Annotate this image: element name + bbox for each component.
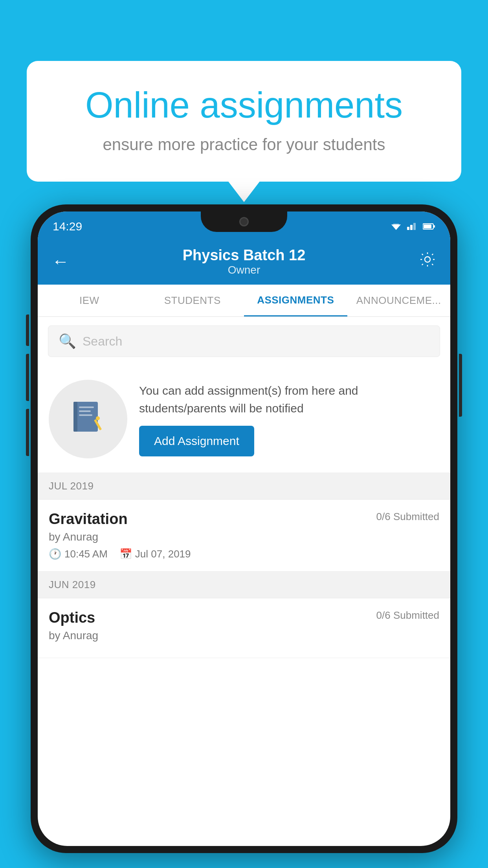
promo-subtitle: ensure more practice for your students <box>54 135 434 154</box>
clock-icon: 🕐 <box>49 548 61 560</box>
phone-side-button-right <box>459 354 462 417</box>
phone-screen: 14:29 <box>38 211 450 846</box>
tab-assignments[interactable]: ASSIGNMENTS <box>244 285 347 316</box>
assignment-date-gravitation: Jul 07, 2019 <box>135 548 191 560</box>
tab-iew-label: IEW <box>79 294 99 307</box>
svg-point-15 <box>96 416 100 420</box>
svg-rect-4 <box>413 223 416 230</box>
phone-side-button-1 <box>26 314 29 346</box>
front-camera <box>239 217 249 226</box>
svg-rect-13 <box>79 414 92 416</box>
status-icons <box>390 221 435 233</box>
phone-wrapper: 14:29 <box>31 204 457 853</box>
settings-button[interactable] <box>419 251 436 272</box>
assignment-submitted-gravitation: 0/6 Submitted <box>376 511 439 523</box>
meta-date-gravitation: 📅 Jul 07, 2019 <box>119 548 191 560</box>
section-header-jul-label: JUL 2019 <box>49 480 94 492</box>
search-bar[interactable]: 🔍 Search <box>48 326 440 357</box>
promo-title: Online assignments <box>54 85 434 126</box>
tab-iew[interactable]: IEW <box>38 285 141 316</box>
tab-students-label: STUDENTS <box>164 294 221 307</box>
section-header-jul: JUL 2019 <box>38 473 450 500</box>
batch-title: Physics Batch 12 <box>183 247 306 264</box>
search-icon: 🔍 <box>59 333 76 349</box>
search-container: 🔍 Search <box>38 317 450 366</box>
back-button[interactable]: ← <box>52 252 69 271</box>
phone-side-button-2 <box>26 354 29 401</box>
info-card: You can add assignment(s) from here and … <box>38 366 450 473</box>
tab-students[interactable]: STUDENTS <box>141 285 244 316</box>
assignment-item-optics[interactable]: Optics 0/6 Submitted by Anurag <box>38 598 450 658</box>
phone-notch <box>201 211 287 232</box>
phone-frame: 14:29 <box>31 204 457 853</box>
assignment-meta-gravitation: 🕐 10:45 AM 📅 Jul 07, 2019 <box>49 548 439 560</box>
status-time: 14:29 <box>53 220 82 233</box>
tab-announcements[interactable]: ANNOUNCEME... <box>347 285 451 316</box>
speech-bubble-container: Online assignments ensure more practice … <box>27 61 461 182</box>
signal-icon <box>407 221 418 233</box>
phone-side-button-3 <box>26 409 29 456</box>
assignment-item-gravitation[interactable]: Gravitation 0/6 Submitted by Anurag 🕐 10… <box>38 500 450 572</box>
wifi-icon <box>390 221 402 233</box>
search-input[interactable]: Search <box>83 334 122 349</box>
assignment-item-header: Gravitation 0/6 Submitted <box>49 511 439 528</box>
section-header-jun: JUN 2019 <box>38 572 450 598</box>
assignment-time-gravitation: 10:45 AM <box>64 548 108 560</box>
assignment-title-optics: Optics <box>49 609 95 626</box>
info-text: You can add assignment(s) from here and … <box>139 382 439 456</box>
svg-rect-10 <box>73 402 77 432</box>
tab-announcements-label: ANNOUNCEME... <box>356 294 441 307</box>
battery-icon <box>423 221 435 233</box>
speech-bubble: Online assignments ensure more practice … <box>27 61 461 182</box>
assignment-author-optics: by Anurag <box>49 629 439 642</box>
tab-bar: IEW STUDENTS ASSIGNMENTS ANNOUNCEME... <box>38 285 450 317</box>
app-header: ← Physics Batch 12 Owner <box>38 238 450 285</box>
svg-rect-7 <box>434 225 435 228</box>
batch-subtitle: Owner <box>183 264 306 276</box>
assignment-submitted-optics: 0/6 Submitted <box>376 609 439 622</box>
svg-rect-12 <box>79 410 91 412</box>
info-description: You can add assignment(s) from here and … <box>139 382 439 417</box>
svg-rect-2 <box>407 227 409 230</box>
svg-rect-6 <box>424 224 431 228</box>
tab-assignments-label: ASSIGNMENTS <box>257 294 334 306</box>
assignment-author-gravitation: by Anurag <box>49 531 439 543</box>
assignment-icon-circle <box>49 380 127 458</box>
notebook-icon <box>70 399 106 440</box>
svg-point-8 <box>425 257 430 262</box>
svg-rect-3 <box>410 225 413 230</box>
header-center: Physics Batch 12 Owner <box>183 247 306 276</box>
section-header-jun-label: JUN 2019 <box>49 579 96 590</box>
svg-rect-11 <box>79 406 94 408</box>
meta-time-gravitation: 🕐 10:45 AM <box>49 548 108 560</box>
add-assignment-button[interactable]: Add Assignment <box>139 426 254 456</box>
assignment-item-optics-header: Optics 0/6 Submitted <box>49 609 439 626</box>
assignment-title-gravitation: Gravitation <box>49 511 128 528</box>
calendar-icon: 📅 <box>119 548 132 560</box>
svg-rect-9 <box>75 402 98 432</box>
